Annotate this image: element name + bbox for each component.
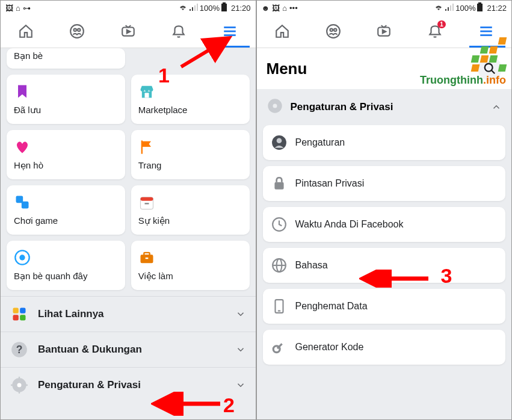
svg-rect-0 xyxy=(190,9,191,11)
signal-icon xyxy=(189,3,199,13)
item-data-saver[interactable]: Penghemat Data xyxy=(263,289,506,324)
row-see-more[interactable]: Lihat Lainnya xyxy=(1,296,256,332)
svg-point-22 xyxy=(19,255,25,260)
svg-rect-20 xyxy=(144,203,149,204)
clock-time: 21:20 xyxy=(231,4,251,13)
item-time-on-fb[interactable]: Waktu Anda Di Facebook xyxy=(263,207,506,242)
top-nav: 1 xyxy=(257,15,512,48)
status-bar: 🖼 ⌂ ⊶ 100% 21:20 xyxy=(1,1,256,15)
status-home-icon: ⌂ xyxy=(16,4,20,13)
svg-rect-29 xyxy=(20,315,25,320)
card-saved[interactable]: Đã lưu xyxy=(7,75,125,124)
svg-rect-24 xyxy=(144,253,149,256)
item-label: Bahasa xyxy=(295,260,328,271)
item-label: Pengaturan xyxy=(295,137,345,148)
globe-icon xyxy=(271,258,287,273)
svg-point-50 xyxy=(334,29,336,31)
item-bahasa[interactable]: Bahasa xyxy=(263,248,506,283)
heart-icon xyxy=(14,138,31,155)
nav-notifications[interactable]: 1 xyxy=(425,22,445,41)
right-content: Menu Pengaturan & Privasi Pengaturan Pin… xyxy=(257,48,512,419)
svg-rect-35 xyxy=(19,391,20,394)
bottom-list: Lihat Lainnya ? Bantuan & Dukungan Penga… xyxy=(1,296,256,403)
card-marketplace[interactable]: Marketplace xyxy=(131,75,250,124)
nav-watch[interactable] xyxy=(119,22,138,41)
svg-point-8 xyxy=(78,29,80,31)
svg-rect-37 xyxy=(25,384,28,386)
gear-icon xyxy=(267,97,283,117)
svg-rect-46 xyxy=(477,4,483,11)
svg-point-58 xyxy=(273,104,277,108)
row-label: Lihat Lainnya xyxy=(38,308,226,320)
card-events[interactable]: Sự kiện xyxy=(131,185,250,235)
card-nearby[interactable]: Bạn bè quanh đây xyxy=(7,241,125,290)
key-icon xyxy=(271,339,287,355)
lock-icon xyxy=(271,176,287,191)
nav-notifications[interactable] xyxy=(169,22,188,41)
status-messenger-icon: ☻ xyxy=(262,4,270,13)
signal-icon xyxy=(445,3,454,13)
svg-rect-43 xyxy=(448,7,449,11)
svg-point-33 xyxy=(17,383,22,388)
phone-right: ☻ 🖼 ⌂ ••• 100% 21:22 xyxy=(256,0,513,420)
item-label: Pintasan Privasi xyxy=(295,178,365,189)
apps-icon xyxy=(10,305,28,323)
menu-title-text: Menu xyxy=(267,60,307,78)
item-code-generator[interactable]: Generator Kode xyxy=(263,330,506,365)
svg-rect-5 xyxy=(223,2,226,4)
settings-list: Pengaturan Pintasan Privasi Waktu Anda D… xyxy=(257,125,512,365)
status-image-icon: 🖼 xyxy=(272,4,280,13)
section-settings-privacy[interactable]: Pengaturan & Privasi xyxy=(257,89,512,125)
nav-menu[interactable] xyxy=(220,22,239,41)
chevron-down-icon xyxy=(235,344,246,355)
nav-groups[interactable] xyxy=(67,22,87,41)
gear-icon xyxy=(10,376,28,394)
item-label: Generator Kode xyxy=(295,342,364,353)
svg-rect-26 xyxy=(13,308,19,313)
row-settings-privacy[interactable]: Pengaturan & Privasi xyxy=(1,367,256,403)
svg-point-7 xyxy=(74,29,76,31)
bookmark-icon xyxy=(14,83,31,100)
card-label: Marketplace xyxy=(138,105,242,115)
nav-menu[interactable] xyxy=(477,22,496,41)
item-pengaturan[interactable]: Pengaturan xyxy=(263,125,506,160)
wifi-icon xyxy=(434,3,443,13)
card-label: Bạn bè quanh đây xyxy=(14,271,118,282)
card-label: Chơi game xyxy=(14,215,118,226)
card-pages[interactable]: Trang xyxy=(131,130,250,179)
svg-rect-42 xyxy=(445,9,446,11)
svg-rect-47 xyxy=(478,2,481,4)
card-label: Đã lưu xyxy=(14,105,118,116)
svg-rect-1 xyxy=(192,7,193,11)
item-privacy-shortcuts[interactable]: Pintasan Privasi xyxy=(263,166,506,201)
nav-home[interactable] xyxy=(16,22,35,41)
nav-watch[interactable] xyxy=(374,22,393,41)
card-dating[interactable]: Hẹn hò xyxy=(7,130,125,179)
svg-rect-16 xyxy=(16,196,23,203)
svg-point-48 xyxy=(327,25,340,38)
row-help[interactable]: ? Bantuan & Dukungan xyxy=(1,332,256,367)
status-more-icon: ••• xyxy=(289,4,298,13)
svg-text:?: ? xyxy=(16,344,23,356)
svg-point-55 xyxy=(485,64,493,72)
card-friends-clipped[interactable]: Bạn bè xyxy=(7,48,125,69)
card-gaming[interactable]: Chơi game xyxy=(7,185,125,235)
search-icon xyxy=(483,62,496,75)
svg-point-6 xyxy=(70,25,84,38)
svg-rect-14 xyxy=(144,93,149,97)
calendar-icon xyxy=(138,194,155,211)
nearby-icon xyxy=(14,249,31,266)
nav-home[interactable] xyxy=(273,22,292,41)
status-image-icon: 🖼 xyxy=(5,4,13,13)
chevron-down-icon xyxy=(235,380,246,391)
nav-groups[interactable] xyxy=(324,22,343,41)
svg-rect-45 xyxy=(452,4,454,11)
svg-point-60 xyxy=(276,138,282,143)
phone-icon xyxy=(271,298,287,314)
card-label: Trang xyxy=(138,160,242,170)
search-button[interactable] xyxy=(478,57,502,81)
svg-rect-15 xyxy=(141,141,142,154)
card-jobs[interactable]: Việc làm xyxy=(131,241,250,290)
svg-line-56 xyxy=(492,70,495,74)
status-home-icon: ⌂ xyxy=(282,4,287,13)
